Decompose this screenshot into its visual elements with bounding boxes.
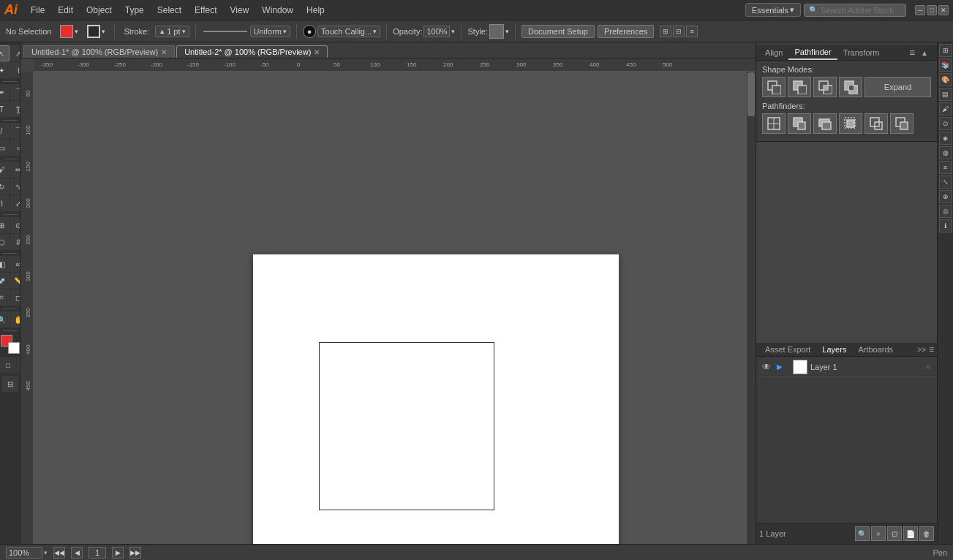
pen-tool[interactable]: ✒ — [0, 84, 10, 100]
tab-untitled-1[interactable]: Untitled-1* @ 100% (RGB/Preview) ✕ — [23, 45, 175, 58]
hand-tool[interactable]: ✋ — [10, 311, 20, 328]
graphic-styles-icon[interactable]: ◈ — [939, 132, 952, 145]
intersect-shape-mode[interactable] — [813, 77, 837, 97]
fill-color-box[interactable]: ▾ — [57, 23, 81, 39]
width-tool[interactable]: ⤢ — [10, 195, 20, 211]
style-swatch[interactable] — [489, 24, 504, 39]
eraser-tool[interactable]: ◻ — [10, 290, 20, 306]
brushes-icon[interactable]: 🖌 — [939, 102, 952, 116]
swatches-icon[interactable]: ▤ — [939, 88, 952, 101]
rectangle-object[interactable] — [319, 342, 494, 510]
blend-tool[interactable]: ∞ — [10, 256, 20, 272]
align-icon[interactable]: ≡ — [939, 161, 952, 174]
info-icon[interactable]: ℹ — [939, 219, 952, 232]
tab-untitled-2[interactable]: Untitled-2* @ 100% (RGB/Preview) ✕ — [176, 45, 328, 58]
lasso-tool[interactable]: ⌇ — [10, 62, 20, 78]
mesh-tool[interactable]: # — [10, 234, 20, 250]
tab-layers[interactable]: Layers — [816, 343, 852, 356]
outline-pathfinder[interactable] — [865, 113, 888, 134]
normal-draw-mode[interactable]: □ — [0, 357, 16, 373]
panel-options-icon[interactable]: ≡ — [909, 47, 915, 58]
preferences-button[interactable]: Preferences — [598, 25, 654, 38]
page-input[interactable] — [88, 547, 106, 559]
tab-align[interactable]: Align — [759, 46, 788, 59]
layer-options-button[interactable]: ⊡ — [887, 526, 902, 541]
arc-tool[interactable]: ⌒ — [10, 123, 20, 139]
tab-transform[interactable]: Transform — [837, 46, 886, 59]
zoom-input[interactable] — [6, 547, 42, 559]
layer-target-icon[interactable]: ○ — [922, 363, 934, 371]
tab-artboards[interactable]: Artboards — [852, 343, 899, 356]
document-canvas[interactable] — [34, 72, 756, 544]
change-screen-mode[interactable]: ⊟ — [2, 376, 18, 392]
crop-pathfinder[interactable] — [839, 113, 862, 134]
essentials-dropdown[interactable]: Essentials ▾ — [745, 3, 801, 17]
tab-pathfinder[interactable]: Pathfinder — [788, 45, 837, 60]
pathfinder-icon[interactable]: ⊕ — [939, 190, 952, 203]
stroke-weight-input[interactable]: ▲ 1 pt ▾ — [155, 26, 189, 37]
pencil-tool[interactable]: ✏ — [10, 162, 20, 178]
merge-pathfinder[interactable] — [813, 113, 837, 134]
properties-icon[interactable]: ⊞ — [939, 44, 952, 57]
add-shape-mode[interactable] — [762, 77, 786, 97]
menu-type[interactable]: Type — [119, 4, 150, 17]
menu-file[interactable]: File — [25, 4, 50, 17]
divide-pathfinder[interactable] — [762, 113, 786, 134]
zoom-tool[interactable]: 🔍 — [0, 311, 10, 328]
area-type-tool[interactable]: T̲ — [10, 101, 20, 117]
puppet-warp-tool[interactable]: ⊙ — [10, 217, 20, 233]
scale-tool[interactable]: ⤡ — [10, 178, 20, 194]
stroke-color-box[interactable]: ▾ — [84, 23, 108, 39]
trim-pathfinder[interactable] — [788, 113, 811, 134]
tab-asset-export[interactable]: Asset Export — [759, 343, 816, 356]
paintbrush-tool[interactable]: 🖌 — [0, 162, 10, 178]
background-color[interactable] — [8, 342, 20, 354]
warp-tool[interactable]: ⌇ — [0, 195, 10, 211]
menu-edit[interactable]: Edit — [52, 4, 79, 17]
close-button[interactable]: ✕ — [938, 5, 949, 15]
exclude-shape-mode[interactable] — [839, 77, 862, 97]
maximize-button[interactable]: □ — [927, 5, 937, 15]
nav-next-button[interactable]: ▶▶ — [129, 547, 141, 559]
color-icon[interactable]: 🎨 — [939, 73, 952, 86]
panel-options-icon[interactable]: ≡ — [929, 344, 934, 355]
search-input[interactable] — [821, 6, 901, 15]
opacity-input[interactable] — [423, 26, 450, 37]
stroke-uniform-dropdown[interactable]: Uniform ▾ — [250, 26, 291, 37]
appearance-icon[interactable]: ◍ — [939, 146, 952, 159]
rectangle-tool[interactable]: ▭ — [0, 140, 10, 156]
expand-button[interactable]: Expand — [865, 77, 931, 97]
eyedropper-tool[interactable]: 💉 — [0, 273, 10, 289]
menu-window[interactable]: Window — [256, 4, 299, 17]
curvature-tool[interactable]: ⌒ — [10, 84, 20, 100]
rotate-tool[interactable]: ↻ — [0, 178, 10, 194]
minimize-button[interactable]: ─ — [915, 5, 925, 15]
type-tool[interactable]: T — [0, 101, 10, 117]
transform-icon[interactable]: ⤡ — [939, 175, 952, 189]
symbols-icon[interactable]: ⊙ — [939, 117, 952, 130]
document-setup-button[interactable]: Document Setup — [521, 25, 595, 38]
nav-forward-button[interactable]: ▶ — [112, 547, 124, 559]
arrange-icon-3[interactable]: ≡ — [686, 26, 698, 37]
delete-layer-button[interactable]: 🗑 — [919, 526, 934, 541]
stroke-swatch[interactable] — [87, 25, 100, 38]
line-tool[interactable]: / — [0, 123, 10, 139]
perspective-tool[interactable]: ⬡ — [0, 234, 10, 250]
brush-dropdown[interactable]: Touch Callig... ▾ — [317, 26, 380, 37]
navigator-icon[interactable]: ◎ — [939, 205, 952, 218]
scroll-thumb[interactable] — [747, 72, 755, 116]
nav-back-button[interactable]: ◀ — [71, 547, 83, 559]
layer-row[interactable]: 👁 ▶ Layer 1 ○ — [756, 357, 937, 377]
search-layer-button[interactable]: 🔍 — [855, 526, 870, 541]
tab-close-icon[interactable]: ✕ — [161, 48, 167, 56]
free-transform-tool[interactable]: ⊞ — [0, 217, 10, 233]
menu-help[interactable]: Help — [301, 4, 331, 17]
menu-object[interactable]: Object — [80, 4, 118, 17]
arrange-icon-2[interactable]: ⊟ — [673, 26, 685, 37]
panel-more-icon[interactable]: >> — [917, 346, 926, 354]
layer-visibility-icon[interactable]: 👁 — [759, 362, 774, 372]
minus-back-pathfinder[interactable] — [890, 113, 914, 134]
arrange-icon[interactable]: ⊞ — [660, 26, 671, 37]
fill-swatch[interactable] — [60, 25, 73, 38]
selection-tool[interactable]: ↖ — [0, 45, 10, 61]
